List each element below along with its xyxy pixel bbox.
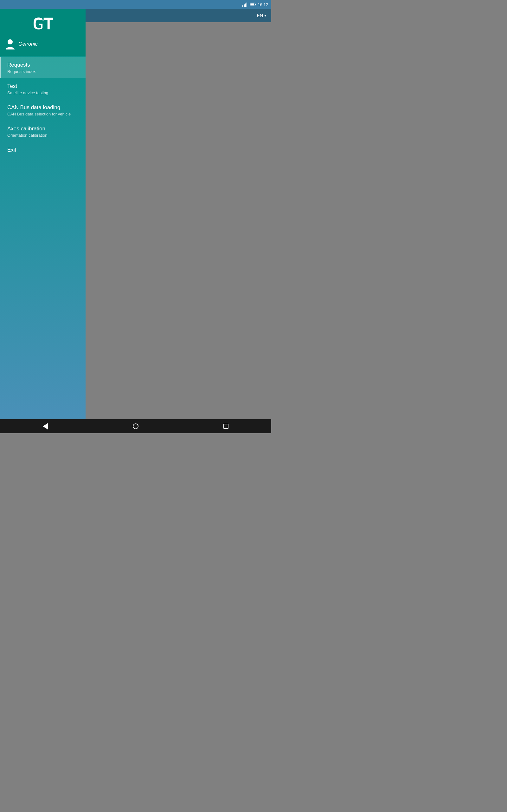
bottom-nav — [0, 419, 271, 433]
nav-item-exit-title: Exit — [7, 147, 79, 154]
back-button[interactable] — [38, 419, 53, 433]
svg-rect-0 — [242, 5, 243, 7]
status-icons: 16:12 — [242, 2, 268, 7]
content-header: EN ▾ — [86, 9, 271, 22]
nav-item-test-subtitle: Satellite device testing — [7, 90, 79, 95]
nav-item-can-bus-title: CAN Bus data loading — [7, 104, 79, 111]
user-name: Getronic — [18, 41, 38, 47]
nav-item-axes-subtitle: Orientation calibration — [7, 133, 79, 138]
nav-item-requests-title: Requests — [7, 61, 79, 68]
recent-icon — [223, 424, 228, 429]
user-info: Getronic — [5, 39, 38, 49]
user-avatar-icon — [5, 39, 15, 49]
main-layout: Getronic Requests Requests index Test Sa… — [0, 9, 271, 419]
sidebar-header: Getronic — [0, 9, 86, 56]
nav-item-axes[interactable]: Axes calibration Orientation calibration — [0, 121, 86, 142]
language-label: EN — [257, 13, 263, 18]
gt-logo — [33, 15, 53, 33]
svg-rect-1 — [244, 4, 245, 7]
battery-icon — [250, 3, 256, 6]
nav-item-axes-title: Axes calibration — [7, 125, 79, 132]
home-button[interactable] — [128, 419, 144, 433]
nav-item-can-bus[interactable]: CAN Bus data loading CAN Bus data select… — [0, 100, 86, 121]
nav-item-test[interactable]: Test Satellite device testing — [0, 78, 86, 100]
nav-item-requests[interactable]: Requests Requests index — [0, 57, 86, 78]
home-icon — [133, 423, 138, 429]
svg-rect-2 — [245, 3, 246, 7]
sidebar: Getronic Requests Requests index Test Sa… — [0, 9, 86, 419]
svg-rect-3 — [246, 3, 247, 7]
nav-item-test-title: Test — [7, 83, 79, 90]
status-bar: 16:12 — [0, 0, 271, 9]
content-body — [86, 22, 271, 419]
status-time: 16:12 — [258, 2, 268, 7]
svg-rect-6 — [250, 3, 255, 5]
svg-rect-5 — [256, 4, 256, 5]
content-area: EN ▾ — [86, 9, 271, 419]
nav-item-can-bus-subtitle: CAN Bus data selection for vehicle — [7, 112, 79, 116]
language-selector[interactable]: EN ▾ — [257, 13, 266, 18]
signal-icon — [242, 2, 248, 7]
nav-item-requests-subtitle: Requests index — [7, 69, 79, 74]
chevron-down-icon: ▾ — [264, 13, 266, 18]
nav-item-exit[interactable]: Exit — [0, 142, 86, 158]
back-icon — [43, 423, 48, 429]
nav-items: Requests Requests index Test Satellite d… — [0, 56, 86, 419]
svg-point-7 — [8, 39, 13, 44]
logo-container — [5, 15, 80, 33]
recent-button[interactable] — [218, 419, 234, 433]
